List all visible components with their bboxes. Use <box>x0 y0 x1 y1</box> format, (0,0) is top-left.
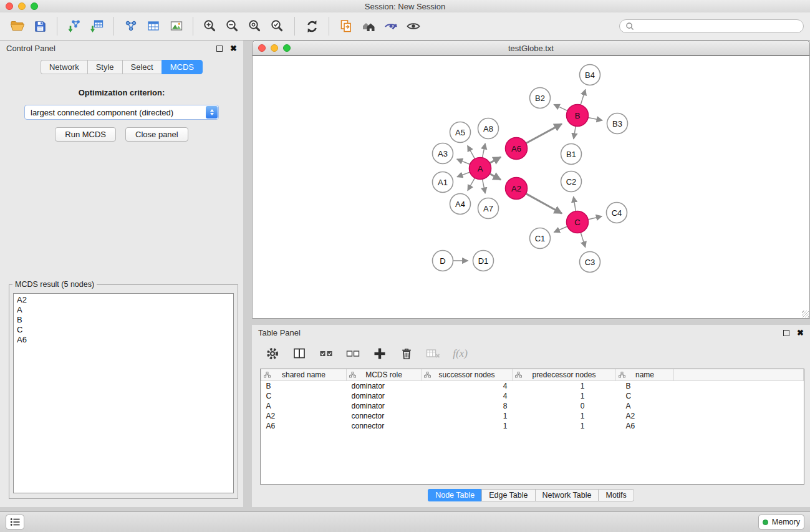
edge-C-C1[interactable] <box>554 226 567 232</box>
node-C3[interactable]: C3 <box>580 252 600 273</box>
home-button[interactable] <box>357 15 380 37</box>
close-window-button[interactable] <box>6 2 13 10</box>
function-builder-button[interactable]: f(x) <box>452 346 468 362</box>
node-B2[interactable]: B2 <box>530 88 551 109</box>
tab-motifs[interactable]: Motifs <box>598 489 634 501</box>
node-A4[interactable]: A4 <box>450 194 471 215</box>
run-mcds-button[interactable]: Run MCDS <box>55 127 116 142</box>
node-B4[interactable]: B4 <box>580 65 600 85</box>
node-B1[interactable]: B1 <box>561 144 582 165</box>
minimize-view-button[interactable] <box>271 44 278 52</box>
edge-A-A8[interactable] <box>483 143 486 158</box>
table-row[interactable]: A2connector11A2 <box>261 411 804 421</box>
delete-table-button[interactable] <box>425 346 441 362</box>
network-graph[interactable]: B4B2BB3A5A8A6A3B1AA1C2A2A4A7C4CC1C3DD1 <box>253 56 809 318</box>
table-row[interactable]: Adominator80A <box>261 401 804 411</box>
node-A2[interactable]: A2 <box>506 178 528 200</box>
close-view-button[interactable] <box>258 44 266 52</box>
column-header-MCDS-role[interactable]: MCDS role <box>347 369 422 381</box>
import-network-button[interactable] <box>63 15 85 37</box>
minimize-window-button[interactable] <box>18 2 26 10</box>
edge-B-B3[interactable] <box>588 118 602 121</box>
network-canvas[interactable]: B4B2BB3A5A8A6A3B1AA1C2A2A4A7C4CC1C3DD1 <box>253 55 809 318</box>
filter-edit-button[interactable] <box>380 15 402 37</box>
show-column-button[interactable] <box>291 346 307 362</box>
edge-A-A3[interactable] <box>457 159 470 164</box>
node-C1[interactable]: C1 <box>530 228 551 249</box>
tab-mcds[interactable]: MCDS <box>162 60 203 74</box>
node-A3[interactable]: A3 <box>433 143 453 164</box>
tab-style[interactable]: Style <box>87 60 122 74</box>
node-A1[interactable]: A1 <box>433 172 453 193</box>
node-table-container[interactable]: shared nameMCDS rolesuccessor nodesprede… <box>260 369 804 485</box>
mcds-result-item[interactable]: C <box>17 325 230 335</box>
tab-node-table[interactable]: Node Table <box>428 489 481 501</box>
node-A8[interactable]: A8 <box>478 118 499 139</box>
mcds-result-list[interactable]: A2ABCA6 <box>13 293 234 493</box>
criterion-select[interactable]: largest connected component (directed) <box>24 105 219 120</box>
zoom-window-button[interactable] <box>31 2 38 10</box>
edge-A6-B[interactable] <box>526 124 562 143</box>
create-column-button[interactable] <box>372 346 388 362</box>
edge-A-A5[interactable] <box>468 146 475 159</box>
tab-network-table[interactable]: Network Table <box>535 489 599 501</box>
node-C4[interactable]: C4 <box>607 203 627 223</box>
resize-grip[interactable] <box>802 311 809 317</box>
edge-B-B2[interactable] <box>554 104 567 110</box>
mcds-result-item[interactable]: B <box>17 315 230 325</box>
save-session-button[interactable] <box>29 15 51 37</box>
network-window-titlebar[interactable]: testGlobe.txt <box>253 41 809 55</box>
node-B[interactable]: B <box>567 105 589 127</box>
node-A[interactable]: A <box>470 158 491 180</box>
table-row[interactable]: Bdominator41B <box>261 381 804 392</box>
edge-A-A6[interactable] <box>489 157 501 163</box>
new-network-button[interactable] <box>120 15 142 37</box>
mcds-result-item[interactable]: A2 <box>17 295 230 305</box>
export-image-button[interactable] <box>165 15 187 37</box>
edge-A-A2[interactable] <box>489 174 501 180</box>
edge-C-C4[interactable] <box>588 216 602 220</box>
mcds-result-item[interactable]: A <box>17 305 230 315</box>
tab-network[interactable]: Network <box>41 60 87 74</box>
new-table-button[interactable] <box>142 15 165 37</box>
tab-select[interactable]: Select <box>122 60 162 74</box>
edge-B-B4[interactable] <box>581 89 586 105</box>
delete-column-button[interactable] <box>398 346 415 362</box>
zoom-out-button[interactable] <box>221 15 244 37</box>
open-session-button[interactable] <box>6 15 29 37</box>
node-B3[interactable]: B3 <box>607 114 628 134</box>
table-row[interactable]: Cdominator41C <box>261 391 804 401</box>
zoom-fit-button[interactable] <box>244 15 266 37</box>
dropdown-stepper[interactable] <box>206 106 218 118</box>
close-panel-button[interactable]: Close panel <box>125 127 188 142</box>
apply-layout-button[interactable] <box>301 15 323 37</box>
documents-button[interactable] <box>335 15 357 37</box>
import-table-button[interactable] <box>85 15 108 37</box>
edge-C-C3[interactable] <box>581 233 586 248</box>
node-D1[interactable]: D1 <box>473 251 494 271</box>
column-header-name[interactable]: name <box>616 369 674 381</box>
edge-A2-C[interactable] <box>526 193 562 213</box>
float-panel-icon[interactable] <box>216 46 223 52</box>
node-D[interactable]: D <box>433 251 453 271</box>
edge-A-A7[interactable] <box>483 179 486 193</box>
mcds-result-item[interactable]: A6 <box>17 335 230 345</box>
close-panel-icon[interactable]: ✖ <box>230 44 237 52</box>
column-header-predecessor-nodes[interactable]: predecessor nodes <box>513 369 616 381</box>
search-input[interactable] <box>638 21 798 31</box>
task-history-button[interactable] <box>6 515 24 530</box>
edge-A-A4[interactable] <box>468 178 475 190</box>
edge-C-C2[interactable] <box>574 196 576 211</box>
node-A7[interactable]: A7 <box>478 198 499 219</box>
edge-A-A1[interactable] <box>457 172 470 177</box>
memory-button[interactable]: Memory <box>758 515 804 530</box>
zoom-selected-button[interactable] <box>266 15 289 37</box>
column-header-successor-nodes[interactable]: successor nodes <box>422 369 513 381</box>
show-hide-button[interactable] <box>402 15 425 37</box>
table-row[interactable]: A6connector11A6 <box>261 421 804 431</box>
deselect-all-button[interactable] <box>345 346 361 362</box>
table-settings-button[interactable] <box>264 346 281 362</box>
select-all-button[interactable] <box>318 346 334 362</box>
zoom-in-button[interactable] <box>199 15 221 37</box>
toolbar-search[interactable] <box>619 19 804 33</box>
